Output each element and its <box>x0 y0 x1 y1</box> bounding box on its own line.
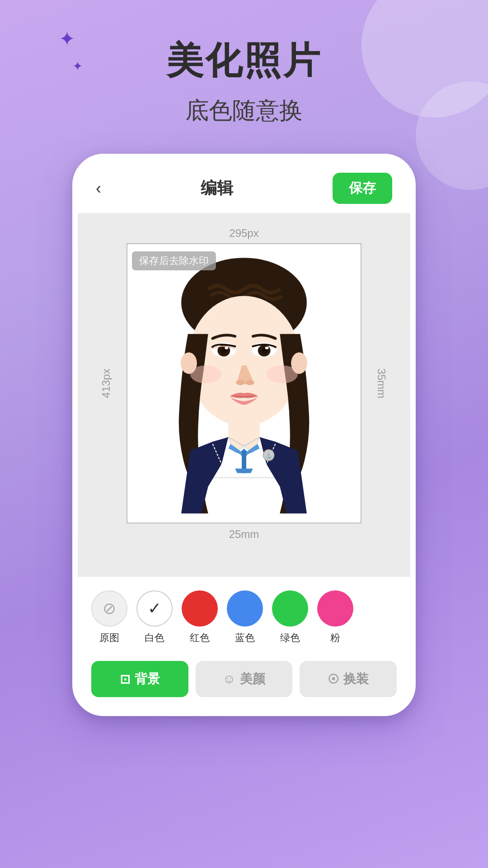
bottom-toolbar: ⊡ 背景 ☺ 美颜 ☉ 换装 <box>78 654 410 711</box>
dimension-bottom: 25mm <box>229 528 259 541</box>
svg-point-14 <box>236 380 245 385</box>
phone-mockup: ‹ 编辑 保存 295px 413px 保存后去除水印 <box>72 154 416 716</box>
sub-title: 底色随意换 <box>185 95 303 127</box>
background-tool-icon: ⊡ <box>120 672 130 687</box>
sparkle-icon-2: ✦ <box>72 59 83 74</box>
main-title: 美化照片 <box>166 36 322 86</box>
color-label-white: 白色 <box>145 631 164 645</box>
svg-text:⚓: ⚓ <box>265 452 272 459</box>
color-options-list: ⊘ 原图 ✓ 白色 红色 蓝色 绿色 <box>91 590 397 645</box>
svg-point-13 <box>265 347 269 349</box>
background-tool-label: 背景 <box>135 670 160 688</box>
color-circle-pink[interactable] <box>317 590 353 627</box>
white-checkmark-icon: ✓ <box>148 599 161 618</box>
color-circle-blue[interactable] <box>227 590 263 627</box>
color-circle-white[interactable]: ✓ <box>136 590 173 627</box>
photo-frame-wrapper: 413px 保存后去除水印 <box>91 243 397 524</box>
color-label-blue: 蓝色 <box>235 631 255 645</box>
svg-point-15 <box>245 380 254 385</box>
color-circle-red[interactable] <box>182 590 218 627</box>
color-picker-area: ⊘ 原图 ✓ 白色 红色 蓝色 绿色 <box>78 577 410 654</box>
spacer-area <box>78 550 410 577</box>
svg-point-17 <box>267 365 298 383</box>
color-label-green: 绿色 <box>280 631 300 645</box>
dimension-top: 295px <box>229 227 258 240</box>
beauty-tool-button[interactable]: ☺ 美颜 <box>196 661 293 697</box>
color-item-white[interactable]: ✓ 白色 <box>136 590 173 645</box>
color-item-red[interactable]: 红色 <box>182 590 218 645</box>
svg-point-9 <box>225 347 228 349</box>
color-item-pink[interactable]: 粉 <box>317 590 353 645</box>
back-button[interactable]: ‹ <box>96 179 101 198</box>
sparkle-icon-1: ✦ <box>59 27 75 50</box>
dimension-left: 413px <box>100 368 113 398</box>
color-label-pink: 粉 <box>330 631 340 645</box>
color-circle-green[interactable] <box>272 590 308 627</box>
color-item-original[interactable]: ⊘ 原图 <box>91 590 127 645</box>
background-tool-button[interactable]: ⊡ 背景 <box>91 661 188 697</box>
color-circle-original[interactable]: ⊘ <box>91 590 127 627</box>
portrait-image: ⚓ <box>127 244 361 523</box>
beauty-tool-label: 美颜 <box>240 670 265 688</box>
color-label-original: 原图 <box>99 631 119 645</box>
outfit-tool-button[interactable]: ☉ 换装 <box>300 661 397 697</box>
page-title: 编辑 <box>201 177 233 199</box>
outfit-tool-label: 换装 <box>343 670 369 688</box>
svg-point-16 <box>190 365 221 383</box>
color-item-blue[interactable]: 蓝色 <box>227 590 263 645</box>
dimension-right: 35mm <box>375 368 388 399</box>
color-label-red: 红色 <box>190 631 210 645</box>
header-section: ✦ ✦ 美化照片 底色随意换 <box>0 0 488 154</box>
photo-frame: 保存后去除水印 <box>127 243 361 524</box>
outfit-tool-icon: ☉ <box>328 672 339 687</box>
photo-area: 295px 413px 保存后去除水印 <box>78 213 410 550</box>
original-icon: ⊘ <box>103 599 116 618</box>
color-item-green[interactable]: 绿色 <box>272 590 308 645</box>
watermark-badge: 保存后去除水印 <box>132 251 216 270</box>
beauty-tool-icon: ☺ <box>223 672 236 686</box>
phone-header: ‹ 编辑 保存 <box>78 159 410 213</box>
save-button[interactable]: 保存 <box>333 173 392 204</box>
